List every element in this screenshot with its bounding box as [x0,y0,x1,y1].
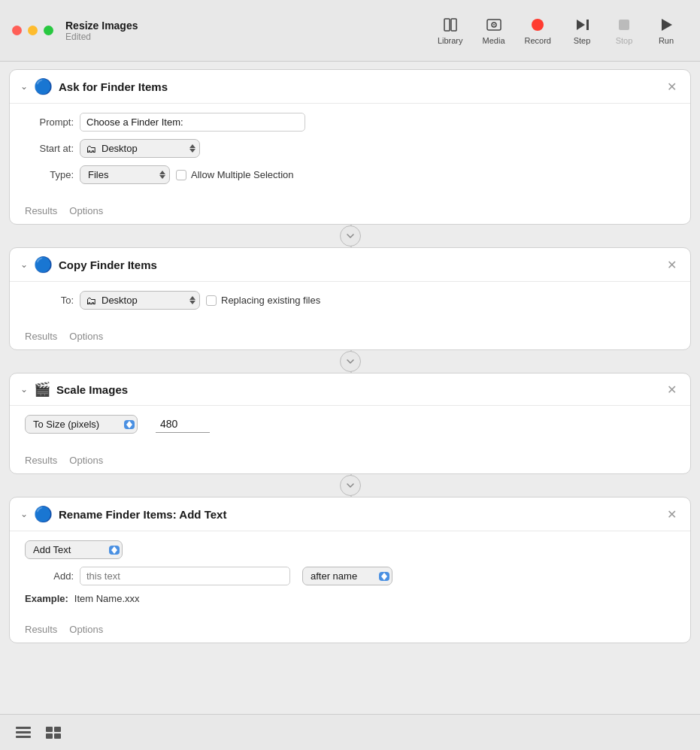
svg-point-4 [493,24,495,26]
record-label: Record [525,36,551,45]
svg-rect-10 [16,727,31,729]
svg-rect-7 [586,20,589,30]
rename-results[interactable]: Results [25,624,57,635]
connector-1 [9,225,691,247]
type-select[interactable]: Files [80,165,170,184]
media-icon [486,17,502,33]
toolbar-record[interactable]: Record [517,12,559,50]
svg-marker-6 [577,20,585,30]
scale-images-body: To Size (pixels) [10,406,690,450]
copy-finder-emoji: 🔵 [34,256,53,274]
scale-images-card: ⌄ 🎬 Scale Images ✕ To Size (pixels) [9,373,691,474]
scale-images-title: Scale Images [56,383,658,396]
ask-finder-results[interactable]: Results [25,205,57,216]
scale-results[interactable]: Results [25,455,57,466]
allow-multiple-checkbox[interactable] [176,170,186,180]
add-text-input[interactable] [80,567,290,585]
rename-finder-chevron[interactable]: ⌄ [20,509,28,519]
connector-2 [9,350,691,373]
bottom-toolbar [0,714,700,750]
prompt-input[interactable] [80,113,305,132]
toolbar: Library Media Record [430,12,685,50]
step-icon [574,17,590,33]
allow-multiple-label: Allow Multiple Selection [191,169,294,180]
minimize-button[interactable] [28,26,38,35]
rename-type-wrapper: Add Text [25,540,123,559]
ask-finder-close[interactable]: ✕ [664,80,680,94]
replacing-wrapper: Replacing existing files [206,295,320,306]
copy-finder-title: Copy Finder Items [59,259,658,271]
rename-finder-emoji: 🔵 [34,505,53,523]
rename-type-select[interactable]: Add Text [25,540,123,559]
ask-finder-emoji: 🔵 [34,77,53,95]
scale-select[interactable]: To Size (pixels) [25,415,138,434]
ask-finder-type-row: Type: Files Allow Multiple Selection [25,165,675,184]
copy-finder-card: ⌄ 🔵 Copy Finder Items ✕ To: Desktop 🗂 [9,247,691,350]
scale-images-chevron[interactable]: ⌄ [20,384,28,395]
rename-options[interactable]: Options [69,624,103,635]
svg-rect-0 [444,19,450,31]
step-label: Step [574,36,591,45]
rename-type-row: Add Text [25,540,675,559]
connector-icon-2 [340,351,361,372]
rename-type-stepper[interactable] [109,546,120,555]
ask-finder-title: Ask for Finder Items [59,80,658,93]
example-value: Item Name.xxx [74,593,140,604]
replacing-checkbox[interactable] [206,295,217,306]
scale-images-close[interactable]: ✕ [664,383,680,397]
toolbar-step[interactable]: Step [563,12,601,50]
app-title: Resize Images [65,20,138,32]
copy-to-row: To: Desktop 🗂 Replacing existing files [25,291,675,310]
example-row: Example: Item Name.xxx [25,593,675,604]
after-name-stepper[interactable] [379,572,389,581]
maximize-button[interactable] [44,26,53,35]
toolbar-stop[interactable]: Stop [605,12,643,50]
ask-finder-chevron[interactable]: ⌄ [20,81,28,92]
rename-finder-header: ⌄ 🔵 Rename Finder Items: Add Text ✕ [10,497,690,531]
scale-size-row: To Size (pixels) [25,415,675,434]
copy-to-select-wrapper: Desktop 🗂 [80,291,200,310]
copy-finder-options[interactable]: Options [69,331,103,342]
record-icon [529,17,546,33]
copy-finder-close[interactable]: ✕ [664,258,680,272]
scale-options[interactable]: Options [69,455,103,466]
scale-stepper[interactable] [124,420,135,429]
close-button[interactable] [12,26,22,35]
svg-rect-16 [54,733,61,739]
toolbar-run[interactable]: Run [647,12,685,50]
ask-finder-options[interactable]: Options [69,205,103,216]
toolbar-media[interactable]: Media [475,12,513,50]
scale-number-wrapper [156,416,210,433]
library-label: Library [438,36,463,45]
startat-label: Start at: [25,143,74,154]
add-label: Add: [25,570,74,582]
svg-rect-12 [16,736,31,738]
copy-to-select[interactable]: Desktop [80,291,200,310]
copy-finder-results[interactable]: Results [25,331,57,342]
list-view-button[interactable] [12,723,35,742]
startat-select[interactable]: Desktop [80,139,200,158]
toolbar-library[interactable]: Library [430,12,471,50]
after-name-wrapper: after name before name [302,567,392,585]
stop-icon [616,17,632,33]
type-label: Type: [25,169,74,180]
svg-rect-1 [451,19,456,31]
stop-label: Stop [616,36,633,45]
svg-rect-13 [46,727,53,732]
svg-rect-11 [16,731,31,733]
rename-add-row: Add: after name before name [25,567,675,585]
scale-images-emoji: 🎬 [34,381,50,398]
rename-finder-body: Add Text Add: after name before name [10,531,690,619]
copy-finder-chevron[interactable]: ⌄ [20,259,28,270]
grid-view-button[interactable] [42,723,65,742]
connector-icon-3 [340,475,361,496]
scale-images-footer: Results Options [10,450,690,473]
prompt-label: Prompt: [25,116,74,128]
rename-finder-close[interactable]: ✕ [664,507,680,522]
ask-finder-startat-row: Start at: Desktop 🗂 [25,139,675,158]
svg-rect-14 [54,727,61,732]
scale-number-input[interactable] [160,418,205,430]
copy-finder-header: ⌄ 🔵 Copy Finder Items ✕ [10,248,690,282]
example-label: Example: [25,593,68,604]
run-label: Run [659,36,674,45]
